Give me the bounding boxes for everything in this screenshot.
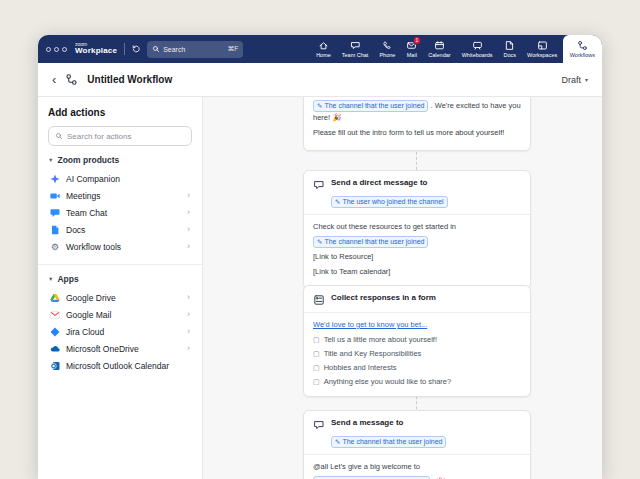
- sidebar-item-google-mail[interactable]: Google Mail ›: [48, 306, 192, 323]
- recipient-chip[interactable]: ✎The channel that the user joined: [331, 436, 446, 448]
- global-search[interactable]: ⌘F: [147, 41, 243, 58]
- logo-zoom-text: zoom: [75, 42, 117, 48]
- chevron-right-icon: ›: [187, 327, 190, 336]
- sidebar-item-docs[interactable]: Docs ›: [48, 221, 192, 238]
- workflow-card-send-direct-message[interactable]: Send a direct message to ✎The user who j…: [303, 170, 531, 289]
- checkbox-icon: ▢: [313, 376, 320, 387]
- sidebar-item-workflow-tools[interactable]: ⚙ Workflow tools ›: [48, 238, 192, 255]
- actions-sidebar: Add actions ▼ Zoom products AI Companion…: [38, 97, 203, 479]
- sidebar-item-jira-cloud[interactable]: Jira Cloud ›: [48, 323, 192, 340]
- docs-icon: [504, 40, 515, 51]
- nav-item-whiteboards[interactable]: Whiteboards: [456, 35, 498, 63]
- google-drive-icon: [50, 293, 60, 303]
- window-maximize-button[interactable]: [62, 47, 67, 52]
- nav-item-calendar[interactable]: Calendar: [423, 35, 456, 63]
- nav-item-mail[interactable]: 1 Mail: [401, 35, 423, 63]
- home-icon: [318, 40, 329, 51]
- nav-item-team-chat[interactable]: Team Chat: [336, 35, 374, 63]
- card-header-text: Collect responses in a form: [331, 293, 436, 302]
- section-zoom-products[interactable]: ▼ Zoom products: [48, 155, 192, 165]
- search-shortcut: ⌘F: [228, 45, 238, 53]
- workflow-card-intro-message[interactable]: ✎The channel that the user joined . We'r…: [303, 97, 531, 151]
- form-field-row: ▢ Anything else you would like to share?: [313, 376, 521, 388]
- status-dropdown[interactable]: Draft ▾: [561, 75, 588, 85]
- nav-item-home[interactable]: Home: [311, 35, 337, 63]
- onedrive-icon: [50, 344, 60, 354]
- form-field-label: Tell us a little more about yourself!: [324, 334, 437, 346]
- docs-app-icon: [50, 225, 60, 235]
- zoom-workplace-logo: zoom Workplace: [75, 42, 117, 56]
- sidebar-item-outlook-calendar[interactable]: Microsoft Outlook Calendar: [48, 357, 192, 374]
- sidebar-separator: [38, 264, 202, 265]
- team-chat-app-icon: [50, 208, 60, 218]
- chevron-right-icon: ›: [187, 310, 190, 319]
- checkbox-icon: ▢: [313, 362, 320, 373]
- form-field-label: Hobbies and Interests: [324, 362, 397, 374]
- pencil-icon: ✎: [335, 439, 340, 446]
- form-field-row: ▢ Hobbies and Interests: [313, 362, 521, 374]
- search-icon: [152, 45, 160, 53]
- caret-down-icon: ▼: [48, 157, 53, 163]
- form-title-link[interactable]: We'd love to get to know you bet...: [313, 320, 427, 329]
- sidebar-item-ai-companion[interactable]: AI Companion: [48, 170, 192, 187]
- card-body: Check out these resources to get started…: [304, 215, 530, 288]
- chevron-right-icon: ›: [187, 191, 190, 200]
- sidebar-item-google-drive[interactable]: Google Drive ›: [48, 289, 192, 306]
- calendar-link-placeholder: [Link to Team calendar]: [313, 266, 521, 278]
- card-title: Collect responses in a form: [331, 293, 436, 302]
- workflow-canvas[interactable]: ✎The channel that the user joined . We'r…: [203, 97, 602, 479]
- workflow-header-bar: ‹ Untitled Workflow Draft ▾: [38, 63, 602, 97]
- checkbox-icon: ▢: [313, 348, 320, 359]
- sidebar-item-team-chat[interactable]: Team Chat ›: [48, 204, 192, 221]
- search-input[interactable]: [163, 46, 225, 53]
- workflows-icon: [577, 40, 588, 51]
- message-text: Please fill out the intro form to tell u…: [313, 127, 521, 139]
- chat-bubble-icon: [313, 179, 325, 191]
- phone-icon: [382, 40, 393, 51]
- form-field-label: Anything else you would like to share?: [324, 376, 452, 388]
- card-header: Send a direct message to ✎The user who j…: [304, 171, 530, 214]
- nav-item-docs[interactable]: Docs: [498, 35, 522, 63]
- chat-bubble-icon: [313, 419, 325, 431]
- workflow-tools-icon: ⚙: [50, 242, 60, 252]
- sidebar-item-meetings[interactable]: Meetings ›: [48, 187, 192, 204]
- workflow-card-send-message[interactable]: Send a message to ✎The channel that the …: [303, 410, 531, 479]
- team-chat-icon: [350, 40, 361, 51]
- channel-chip[interactable]: ✎The channel that the user joined: [313, 100, 428, 112]
- actions-search[interactable]: [48, 126, 192, 146]
- chevron-right-icon: ›: [187, 225, 190, 234]
- main-area: Add actions ▼ Zoom products AI Companion…: [38, 97, 602, 479]
- card-header-text: Send a direct message to ✎The user who j…: [331, 178, 448, 208]
- window-close-button[interactable]: [46, 47, 51, 52]
- chevron-right-icon: ›: [187, 208, 190, 217]
- nav-divider: [124, 43, 125, 55]
- pencil-icon: ✎: [335, 199, 340, 206]
- top-navigation-bar: zoom Workplace ⌘F Home: [38, 35, 602, 63]
- mail-badge: 1: [413, 36, 421, 45]
- recipient-chip[interactable]: ✎The user who joined the channel: [331, 196, 448, 208]
- nav-item-workspaces[interactable]: Workspaces: [522, 35, 563, 63]
- back-button[interactable]: ‹: [52, 73, 56, 86]
- card-title: Send a direct message to: [331, 178, 448, 187]
- logo-workplace-text: Workplace: [75, 47, 117, 56]
- caret-down-icon: ▼: [48, 276, 53, 282]
- card-header: Collect responses in a form: [304, 286, 530, 312]
- workflow-card-collect-responses[interactable]: Collect responses in a form We'd love to…: [303, 285, 531, 397]
- form-icon: [313, 294, 325, 306]
- nav-item-phone[interactable]: Phone: [374, 35, 401, 63]
- chevron-right-icon: ›: [187, 293, 190, 302]
- channel-chip[interactable]: ✎The channel that the user joined: [313, 236, 428, 248]
- section-apps[interactable]: ▼ Apps: [48, 274, 192, 284]
- history-icon[interactable]: [131, 44, 141, 54]
- status-badge: Draft: [561, 75, 581, 85]
- card-header-text: Send a message to ✎The channel that the …: [331, 418, 446, 448]
- actions-search-input[interactable]: [67, 132, 185, 141]
- pencil-icon: ✎: [317, 239, 322, 246]
- calendar-icon: [434, 40, 445, 51]
- card-title: Send a message to: [331, 418, 446, 427]
- pencil-icon: ✎: [317, 103, 322, 110]
- nav-item-workflows[interactable]: Workflows: [563, 35, 602, 63]
- window-minimize-button[interactable]: [54, 47, 59, 52]
- sidebar-item-onedrive[interactable]: Microsoft OneDrive ›: [48, 340, 192, 357]
- nav-items: Home Team Chat Phone 1 Mail Calendar: [311, 35, 602, 63]
